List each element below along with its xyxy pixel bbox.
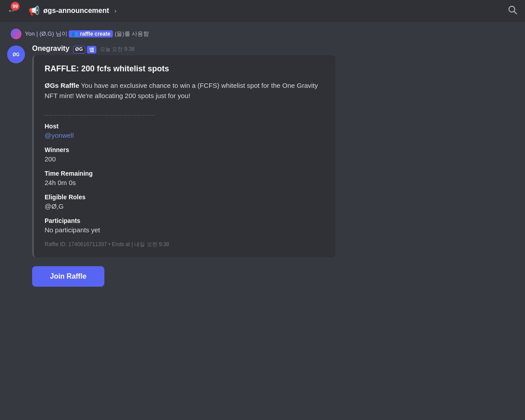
time-value: 24h 0m 0s xyxy=(45,179,325,186)
back-button[interactable]: ← 99 xyxy=(7,5,16,16)
host-field: Host @yonwell xyxy=(45,123,325,139)
system-message: Yon | (Ø,G) 님이 👥 raffle create (을)를 사용함 xyxy=(7,29,518,39)
embed-card: RAFFLE: 200 fcfs whitelist spots ØGs Raf… xyxy=(32,55,335,257)
tag-og: ØG xyxy=(73,46,85,54)
svg-line-1 xyxy=(514,11,517,14)
content-area: Yon | (Ø,G) 님이 👥 raffle create (을)를 사용함 … xyxy=(0,21,525,294)
embed-divider: ________________________ xyxy=(45,108,325,115)
bot-tags: ØG 앱 xyxy=(73,46,96,54)
embed-title: RAFFLE: 200 fcfs whitelist spots xyxy=(45,64,325,74)
bot-avatar-icon: ØG xyxy=(11,49,21,60)
system-suffix: (을)를 사용함 xyxy=(115,30,149,37)
eligible-roles-field: Eligible Roles @Ø,G xyxy=(45,194,325,210)
raffle-create-badge[interactable]: 👥 raffle create xyxy=(69,30,113,37)
roles-value: @Ø,G xyxy=(45,202,325,210)
embed-description-text: You have an exclusive chance to win a (F… xyxy=(45,82,318,99)
participants-field: Participants No participants yet xyxy=(45,217,325,234)
bot-avatar: ØG xyxy=(7,45,25,63)
message-block: ØG Onegravity ØG 앱 오늘 오전 9:38 RAFFLE: 20… xyxy=(7,45,518,257)
time-label: Time Remaining xyxy=(45,170,325,177)
system-user-name[interactable]: Yon | (Ø,G) 님이 xyxy=(25,30,67,37)
host-label: Host xyxy=(45,123,325,130)
winners-label: Winners xyxy=(45,146,325,153)
channel-type-icon: 📢 xyxy=(29,5,40,16)
search-icon xyxy=(507,4,518,15)
bot-name: Onegravity xyxy=(32,45,70,53)
tag-app: 앱 xyxy=(87,46,96,54)
message-timestamp: 오늘 오전 9:38 xyxy=(100,45,135,53)
system-text: Yon | (Ø,G) 님이 👥 raffle create (을)를 사용함 xyxy=(25,30,149,38)
system-avatar xyxy=(11,29,21,39)
message-content: Onegravity ØG 앱 오늘 오전 9:38 RAFFLE: 200 f… xyxy=(32,45,518,257)
raffle-badge-label: raffle create xyxy=(80,31,110,37)
svg-text:ØG: ØG xyxy=(12,52,20,57)
message-header: Onegravity ØG 앱 오늘 오전 9:38 xyxy=(32,45,518,54)
roles-label: Eligible Roles xyxy=(45,194,325,201)
host-value[interactable]: @yonwell xyxy=(45,132,325,139)
embed-brand-name: ØGs Raffle xyxy=(45,82,79,89)
embed-footer: Raffle ID: 1740616711397 • Ends at | 내일 … xyxy=(45,241,325,248)
notification-badge: 99 xyxy=(11,2,20,11)
participants-label: Participants xyxy=(45,217,325,224)
search-button[interactable] xyxy=(507,4,518,17)
winners-field: Winners 200 xyxy=(45,146,325,163)
join-raffle-button[interactable]: Join Raffle xyxy=(32,266,104,287)
channel-name: øgs-announcement xyxy=(43,7,109,15)
winners-value: 200 xyxy=(45,155,325,163)
embed-description: ØGs Raffle You have an exclusive chance … xyxy=(45,81,325,101)
role-tag[interactable]: @Ø,G xyxy=(45,202,64,210)
participants-value: No participants yet xyxy=(45,226,325,234)
raffle-badge-icon: 👥 xyxy=(71,31,78,37)
header-left: ← 99 📢 øgs-announcement › xyxy=(7,5,116,16)
channel-arrow-icon: › xyxy=(115,7,117,14)
time-remaining-field: Time Remaining 24h 0m 0s xyxy=(45,170,325,186)
header: ← 99 📢 øgs-announcement › xyxy=(0,0,525,21)
